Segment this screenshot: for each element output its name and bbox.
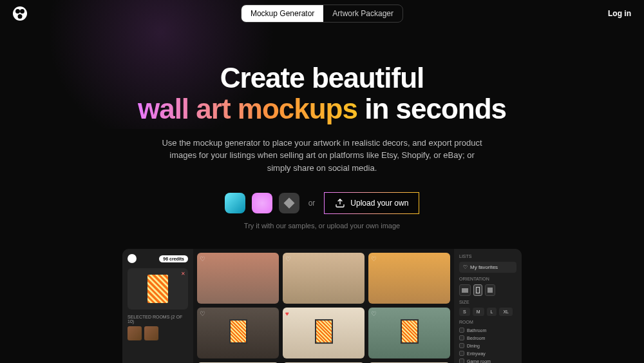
size-label: SIZE <box>459 300 516 304</box>
selected-rooms-label: SELECTED ROOMS (2 OF 10) <box>128 315 188 324</box>
title-line-1: Create beautiful <box>220 62 424 93</box>
hero-section: Create beautiful wall art mockups in sec… <box>0 27 644 230</box>
heart-icon[interactable]: ♡ <box>200 255 205 262</box>
login-link[interactable]: Log in <box>608 9 631 18</box>
sample-thumb-2[interactable] <box>252 193 272 213</box>
heart-icon[interactable]: ♡ <box>371 255 377 262</box>
tab-mockup-generator[interactable]: Mockup Generator <box>242 5 323 22</box>
tab-artwork-packager[interactable]: Artwork Packager <box>323 5 402 22</box>
artwork-thumb <box>147 275 168 303</box>
heart-icon: ♡ <box>463 264 468 270</box>
room-option[interactable]: Game room <box>459 358 516 363</box>
room-label: ROOM <box>459 320 516 324</box>
gallery-item[interactable]: ♥ <box>283 308 365 358</box>
heart-icon[interactable]: ♡ <box>285 255 291 262</box>
size-l[interactable]: L <box>487 308 497 316</box>
right-panel: LISTS ♡ My favorites ORIENTATION SIZE S … <box>454 249 522 363</box>
selected-artwork[interactable]: ✕ <box>128 268 188 309</box>
title-rest: in seconds <box>357 93 506 124</box>
heart-icon[interactable]: ♡ <box>371 310 377 317</box>
close-icon[interactable]: ✕ <box>181 271 185 277</box>
favorites-button[interactable]: ♡ My favorites <box>459 262 516 273</box>
upload-row: or Upload your own <box>13 192 631 214</box>
heart-icon[interactable]: ♡ <box>200 310 205 317</box>
orientation-portrait[interactable] <box>473 284 482 296</box>
gallery-item[interactable]: ♡ <box>368 308 450 358</box>
sample-thumb-1[interactable] <box>225 193 245 213</box>
header: Mockup Generator Artwork Packager Log in <box>0 0 644 27</box>
upload-button[interactable]: Upload your own <box>324 192 419 214</box>
orientation-label: ORIENTATION <box>459 277 516 281</box>
hero-title: Create beautiful wall art mockups in sec… <box>13 63 631 125</box>
left-panel: 96 credits ✕ SELECTED ROOMS (2 OF 10) <box>122 249 193 363</box>
orientation-square[interactable] <box>485 284 495 296</box>
nav-tabs: Mockup Generator Artwork Packager <box>241 5 403 23</box>
size-xl[interactable]: XL <box>499 308 513 316</box>
upload-icon <box>335 198 345 208</box>
upload-label: Upload your own <box>350 199 408 208</box>
selected-room-thumb-2[interactable] <box>144 326 158 340</box>
gallery-item[interactable]: ♡ <box>197 253 279 304</box>
favorites-label: My favorites <box>470 264 498 270</box>
room-option[interactable]: Dining <box>459 343 516 348</box>
gallery-item[interactable]: ♡ <box>283 253 365 304</box>
heart-icon[interactable]: ♥ <box>285 310 289 317</box>
size-s[interactable]: S <box>459 308 470 316</box>
size-m[interactable]: M <box>473 308 484 316</box>
gallery-item[interactable]: ♡ <box>197 308 279 358</box>
title-gradient: wall art mockups <box>138 93 357 124</box>
hero-subtitle: Use the mockup generator to place your a… <box>161 137 483 175</box>
sample-thumb-3[interactable] <box>279 193 299 213</box>
app-preview: 96 credits ✕ SELECTED ROOMS (2 OF 10) ♡ … <box>122 249 522 363</box>
room-option[interactable]: Bedroom <box>459 335 516 340</box>
mini-logo-icon[interactable] <box>128 254 137 263</box>
logo-icon[interactable] <box>13 6 27 21</box>
hint-text: Try it with our samples, or upload your … <box>13 222 631 230</box>
lists-label: LISTS <box>459 254 516 259</box>
room-option[interactable]: Entryway <box>459 351 516 356</box>
or-separator: or <box>308 199 316 208</box>
gallery-grid: ♡ ♡ ♡ ♡ ♥ ♡ ♡ ♡ ♡ <box>193 249 454 363</box>
orientation-landscape[interactable] <box>459 284 471 296</box>
credits-badge[interactable]: 96 credits <box>159 255 188 262</box>
gallery-item[interactable]: ♡ <box>368 253 450 304</box>
selected-room-thumb-1[interactable] <box>128 326 142 340</box>
room-option[interactable]: Bathroom <box>459 328 516 333</box>
room-checklist: Bathroom Bedroom Dining Entryway Game ro… <box>459 328 516 363</box>
